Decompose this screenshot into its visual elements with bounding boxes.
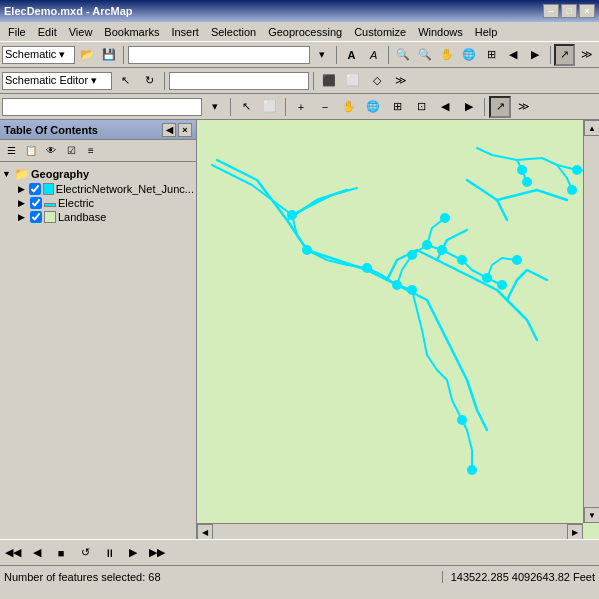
nav-next-btn[interactable]: ▶ <box>122 542 144 564</box>
editor-poly-btn[interactable]: ◇ <box>366 70 388 92</box>
map-area[interactable]: ▲ ▼ ◀ ▶ <box>197 120 599 539</box>
extra-active-btn[interactable]: ↗ <box>489 96 511 118</box>
editor-lasso-btn[interactable]: ⬜ <box>342 70 364 92</box>
scroll-track-v[interactable] <box>584 136 599 507</box>
extra-dropdown[interactable] <box>2 98 202 116</box>
editor-layer-dropdown[interactable] <box>169 72 309 90</box>
status-coordinates: 143522.285 4092643.82 Feet <box>443 571 595 583</box>
extra-zoom-btn[interactable]: ⬜ <box>259 96 281 118</box>
extra-pan-btn[interactable]: ✋ <box>338 96 360 118</box>
toc-group-header[interactable]: ▼ 📁 Geography <box>2 166 194 182</box>
scroll-track-h[interactable] <box>213 524 567 539</box>
bottom-toolbar: ◀◀ ◀ ■ ↺ ⏸ ▶ ▶▶ <box>0 539 599 565</box>
toolbar-pan-btn[interactable]: ✋ <box>437 44 457 66</box>
toc-options-btn[interactable]: ≡ <box>82 142 100 160</box>
scroll-left-button[interactable]: ◀ <box>197 524 213 539</box>
editor-rotate-btn[interactable]: ↻ <box>138 70 160 92</box>
toc-list-btn[interactable]: ☰ <box>2 142 20 160</box>
menu-view[interactable]: View <box>63 24 99 40</box>
toolbar-globe-btn[interactable]: 🌐 <box>459 44 479 66</box>
schematic-name-dropdown[interactable] <box>128 46 310 64</box>
extra-dropdown-arrow[interactable]: ▾ <box>204 96 226 118</box>
layer-checkbox-3[interactable] <box>30 211 42 223</box>
toolbar-save-btn[interactable]: 💾 <box>99 44 119 66</box>
folder-icon: 📁 <box>14 167 29 181</box>
extra-fwd-btn[interactable]: ▶ <box>458 96 480 118</box>
extra-sep-3 <box>484 98 485 116</box>
toolbar-active-btn[interactable]: ↗ <box>554 44 574 66</box>
toc-content: ▼ 📁 Geography ▶ ElectricNetwork_Net_Junc… <box>0 162 196 539</box>
nav-refresh-btn[interactable]: ↺ <box>74 542 96 564</box>
menu-insert[interactable]: Insert <box>165 24 205 40</box>
layer-label-1: ElectricNetwork_Net_Junc... <box>56 183 194 195</box>
layer-checkbox-1[interactable] <box>29 183 41 195</box>
toolbar-dropdown-arrow[interactable]: ▾ <box>312 44 332 66</box>
extra-sep-1 <box>230 98 231 116</box>
extra-sep-2 <box>285 98 286 116</box>
layer-color-1 <box>43 183 54 195</box>
nav-pause-btn[interactable]: ⏸ <box>98 542 120 564</box>
editor-move-btn[interactable]: ↖ <box>114 70 136 92</box>
extra-overflow-btn[interactable]: ≫ <box>513 96 535 118</box>
extra-globe-btn[interactable]: 🌐 <box>362 96 384 118</box>
toc-layer-electricnetwork[interactable]: ▶ ElectricNetwork_Net_Junc... <box>2 182 194 196</box>
scroll-down-button[interactable]: ▼ <box>584 507 599 523</box>
toolbar-italic-btn[interactable]: A <box>364 44 384 66</box>
editor-select-btn[interactable]: ⬛ <box>318 70 340 92</box>
maximize-button[interactable]: □ <box>561 4 577 18</box>
extra-fullext-btn[interactable]: ⊞ <box>386 96 408 118</box>
toolbar-fullext-btn[interactable]: ⊞ <box>481 44 501 66</box>
extra-select-btn[interactable]: ↖ <box>235 96 257 118</box>
toolbar-back-btn[interactable]: ◀ <box>503 44 523 66</box>
toolbar-sep-3 <box>388 46 389 64</box>
extra-zoomout-btn[interactable]: − <box>314 96 336 118</box>
nav-prev-btn[interactable]: ◀ <box>26 542 48 564</box>
toc-layer-landbase[interactable]: ▶ Landbase <box>2 210 194 224</box>
menu-geoprocessing[interactable]: Geoprocessing <box>262 24 348 40</box>
toc-toolbar: ☰ 📋 👁 ☑ ≡ <box>0 140 196 162</box>
schematic-editor-dropdown[interactable]: Schematic Editor ▾ <box>2 72 112 90</box>
close-button[interactable]: × <box>579 4 595 18</box>
editor-more-btn[interactable]: ≫ <box>390 70 412 92</box>
extra-fullext2-btn[interactable]: ⊡ <box>410 96 432 118</box>
toc-pin-button[interactable]: ◀ <box>162 123 176 137</box>
toc-select-btn[interactable]: ☑ <box>62 142 80 160</box>
nav-first-btn[interactable]: ◀◀ <box>2 542 24 564</box>
map-scrollbar-vertical[interactable]: ▲ ▼ <box>583 120 599 523</box>
toc-header-buttons: ◀ × <box>162 123 192 137</box>
toolbar-zoom-out-btn[interactable]: 🔍 <box>415 44 435 66</box>
toolbar-sep-4 <box>550 46 551 64</box>
toolbar-schematic-editor: Schematic Editor ▾ ↖ ↻ ⬛ ⬜ ◇ ≫ <box>0 68 599 94</box>
toc-visibility-btn[interactable]: 👁 <box>42 142 60 160</box>
layer-checkbox-2[interactable] <box>30 197 42 209</box>
menu-file[interactable]: File <box>2 24 32 40</box>
layer-label-2: Electric <box>58 197 94 209</box>
schematic-dropdown[interactable]: Schematic ▾ <box>2 46 75 64</box>
toolbar-open-btn[interactable]: 📂 <box>77 44 97 66</box>
extra-back-btn[interactable]: ◀ <box>434 96 456 118</box>
title-bar: ElecDemo.mxd - ArcMap – □ × <box>0 0 599 22</box>
extra-zoomin-btn[interactable]: + <box>290 96 312 118</box>
menu-help[interactable]: Help <box>469 24 504 40</box>
map-scrollbar-horizontal[interactable]: ◀ ▶ <box>197 523 583 539</box>
toc-source-btn[interactable]: 📋 <box>22 142 40 160</box>
nav-last-btn[interactable]: ▶▶ <box>146 542 168 564</box>
nav-stop-btn[interactable]: ■ <box>50 542 72 564</box>
toolbar-more-btn[interactable]: ≫ <box>577 44 597 66</box>
toolbar-fwd-btn[interactable]: ▶ <box>525 44 545 66</box>
menu-bookmarks[interactable]: Bookmarks <box>98 24 165 40</box>
toc-layer-electric[interactable]: ▶ Electric <box>2 196 194 210</box>
scroll-right-button[interactable]: ▶ <box>567 524 583 539</box>
toc-close-button[interactable]: × <box>178 123 192 137</box>
toolbar-extra: ▾ ↖ ⬜ + − ✋ 🌐 ⊞ ⊡ ◀ ▶ ↗ ≫ <box>0 94 599 120</box>
menu-selection[interactable]: Selection <box>205 24 262 40</box>
toolbar-zoom-in-btn[interactable]: 🔍 <box>393 44 413 66</box>
menu-edit[interactable]: Edit <box>32 24 63 40</box>
menu-customize[interactable]: Customize <box>348 24 412 40</box>
title-bar-buttons: – □ × <box>543 4 595 18</box>
layer-label-3: Landbase <box>58 211 106 223</box>
minimize-button[interactable]: – <box>543 4 559 18</box>
menu-windows[interactable]: Windows <box>412 24 469 40</box>
scroll-up-button[interactable]: ▲ <box>584 120 599 136</box>
toolbar-font-btn[interactable]: A <box>341 44 361 66</box>
